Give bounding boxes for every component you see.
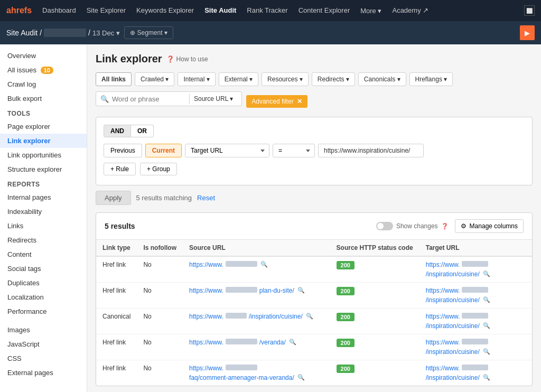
show-changes-toggle[interactable]	[376, 222, 393, 230]
col-source-url: Source URL	[183, 240, 330, 256]
sidebar-item-external-pages[interactable]: External pages	[0, 366, 87, 380]
cell-is-nofollow: No	[137, 334, 183, 360]
apply-button[interactable]: Apply	[96, 191, 131, 205]
equals-select[interactable]: =	[273, 144, 315, 157]
add-group-button[interactable]: + Group	[140, 163, 177, 175]
nav-keywords-explorer[interactable]: Keywords Explorer	[132, 0, 198, 21]
filter-external[interactable]: External ▾	[219, 72, 258, 86]
results-header: 5 results Show changes ❓ ⚙ Manage column…	[96, 213, 532, 240]
sidebar-item-images[interactable]: Images	[0, 323, 87, 337]
filter-redirects[interactable]: Redirects ▾	[312, 72, 355, 86]
source-search-icon[interactable]: 🔍	[297, 374, 305, 381]
source-url-dropdown[interactable]: Source URL ▾	[189, 94, 237, 104]
date-selector[interactable]: 13 Dec ▾	[92, 29, 120, 37]
sidebar-item-structure-explorer[interactable]: Structure explorer	[0, 162, 87, 176]
apply-row: Apply 5 results matching Reset	[96, 191, 533, 205]
target-search-icon[interactable]: 🔍	[483, 270, 490, 277]
sidebar: Overview All issues 10 Crawl log Bulk ex…	[0, 44, 87, 392]
cell-target-url: https://www. /inspiration/cuisine/ 🔍	[419, 256, 532, 283]
target-search-icon[interactable]: 🔍	[483, 374, 490, 381]
nav-content-explorer[interactable]: Content Explorer	[294, 0, 355, 21]
segment-button[interactable]: ⊕ Segment ▾	[124, 26, 173, 39]
cell-target-url: https://www. /inspiration/cuisine/ 🔍	[419, 360, 532, 386]
sidebar-item-redirects[interactable]: Redirects	[0, 233, 87, 247]
logo: ahrefs	[6, 6, 32, 15]
cell-status-code: 200	[330, 334, 419, 360]
or-button[interactable]: OR	[131, 125, 154, 137]
current-button[interactable]: Current	[145, 144, 182, 157]
sidebar-item-duplicates[interactable]: Duplicates	[0, 276, 87, 290]
target-search-icon[interactable]: 🔍	[483, 322, 490, 329]
nav-dashboard[interactable]: Dashboard	[38, 0, 80, 21]
sidebar-item-link-opportunities[interactable]: Link opportunities	[0, 148, 87, 162]
url-filter-input[interactable]	[318, 144, 424, 157]
sidebar-item-indexability[interactable]: Indexability	[0, 204, 87, 219]
sidebar-item-links[interactable]: Links	[0, 219, 87, 233]
nav-more[interactable]: More ▾	[356, 7, 386, 15]
cell-is-nofollow: No	[137, 360, 183, 386]
sidebar-item-link-explorer[interactable]: Link explorer	[0, 134, 87, 148]
sidebar-item-content[interactable]: Content	[0, 247, 87, 262]
sidebar-item-social-tags[interactable]: Social tags	[0, 262, 87, 276]
table-row: Href linkNo https://www. plan-du-site/ 🔍…	[96, 283, 532, 309]
sidebar-item-all-issues[interactable]: All issues 10	[0, 63, 87, 77]
nav-rank-tracker[interactable]: Rank Tracker	[242, 0, 292, 21]
nav-site-explorer[interactable]: Site Explorer	[82, 0, 130, 21]
filter-canonicals[interactable]: Canonicals ▾	[358, 72, 406, 86]
tools-section-label: Tools	[0, 106, 87, 119]
target-search-icon[interactable]: 🔍	[483, 348, 490, 355]
table-row: CanonicalNo https://www. /inspiration/cu…	[96, 309, 532, 334]
target-url-select[interactable]: Target URL	[185, 144, 269, 157]
sidebar-item-css[interactable]: CSS	[0, 351, 87, 366]
cell-link-type: Href link	[96, 360, 137, 386]
results-table: Link type Is nofollow Source URL Source …	[96, 240, 532, 386]
search-advanced-row: 🔍 Source URL ▾ Advanced filter ✕	[96, 91, 533, 111]
sidebar-item-javascript[interactable]: JavaScript	[0, 337, 87, 351]
page-title-row: Link explorer ❓ How to use	[96, 53, 533, 65]
sidebar-item-bulk-export[interactable]: Bulk export	[0, 91, 87, 106]
manage-columns-button[interactable]: ⚙ Manage columns	[455, 219, 524, 233]
filter-condition-row: Previous Current Target URL =	[104, 144, 525, 157]
reports-section-label: Reports	[0, 176, 87, 190]
sidebar-item-localization[interactable]: Localization	[0, 290, 87, 304]
sidebar-item-crawl-log[interactable]: Crawl log	[0, 77, 87, 91]
sidebar-item-overview[interactable]: Overview	[0, 49, 87, 63]
reset-link[interactable]: Reset	[197, 194, 215, 202]
cell-target-url: https://www. /inspiration/cuisine/ 🔍	[419, 334, 532, 360]
nav-site-audit[interactable]: Site Audit	[200, 0, 240, 21]
source-search-icon[interactable]: 🔍	[306, 313, 313, 320]
main-content: Link explorer ❓ How to use All links Cra…	[87, 44, 541, 392]
source-search-icon[interactable]: 🔍	[297, 287, 305, 294]
source-search-icon[interactable]: 🔍	[289, 339, 296, 346]
cell-source-url: https://www. faq/comment-amenager-ma-ver…	[183, 360, 330, 386]
target-search-icon[interactable]: 🔍	[483, 296, 490, 303]
filter-hreflangs[interactable]: Hreflangs ▾	[409, 72, 453, 86]
source-search-icon[interactable]: 🔍	[260, 261, 268, 268]
and-button[interactable]: AND	[104, 125, 131, 137]
add-rule-button[interactable]: + Rule	[104, 163, 136, 175]
cell-target-url: https://www. /inspiration/cuisine/ 🔍	[419, 309, 532, 334]
filter-crawled[interactable]: Crawled ▾	[135, 72, 174, 86]
table-row: Href linkNo https://www. 🔍 200 https://w…	[96, 256, 532, 283]
nav-academy[interactable]: Academy ↗	[388, 0, 433, 21]
how-to-use-link[interactable]: ❓ How to use	[166, 55, 208, 63]
filter-resources[interactable]: Resources ▾	[262, 72, 309, 86]
filter-all-links[interactable]: All links	[96, 72, 132, 86]
top-nav: ahrefs Dashboard Site Explorer Keywords …	[0, 0, 541, 21]
previous-button[interactable]: Previous	[104, 144, 142, 157]
play-button[interactable]: ▶	[520, 25, 535, 40]
sub-nav: Site Audit / / 13 Dec ▾ ⊕ Segment ▾ ▶	[0, 21, 541, 44]
cell-status-code: 200	[330, 283, 419, 309]
sidebar-item-internal-pages[interactable]: Internal pages	[0, 190, 87, 204]
monitor-icon[interactable]: ⬜	[524, 5, 535, 16]
sidebar-item-performance[interactable]: Performance	[0, 304, 87, 319]
search-input[interactable]	[112, 95, 186, 103]
search-icon: 🔍	[100, 95, 109, 103]
advanced-filter-button[interactable]: Advanced filter ✕	[246, 95, 307, 108]
gear-icon: ⚙	[461, 222, 467, 230]
cell-source-url: https://www. 🔍	[183, 256, 330, 283]
cell-link-type: Href link	[96, 256, 137, 283]
filter-internal[interactable]: Internal ▾	[178, 72, 215, 86]
sidebar-item-page-explorer[interactable]: Page explorer	[0, 119, 87, 134]
results-matching-text: 5 results matching	[136, 194, 192, 202]
